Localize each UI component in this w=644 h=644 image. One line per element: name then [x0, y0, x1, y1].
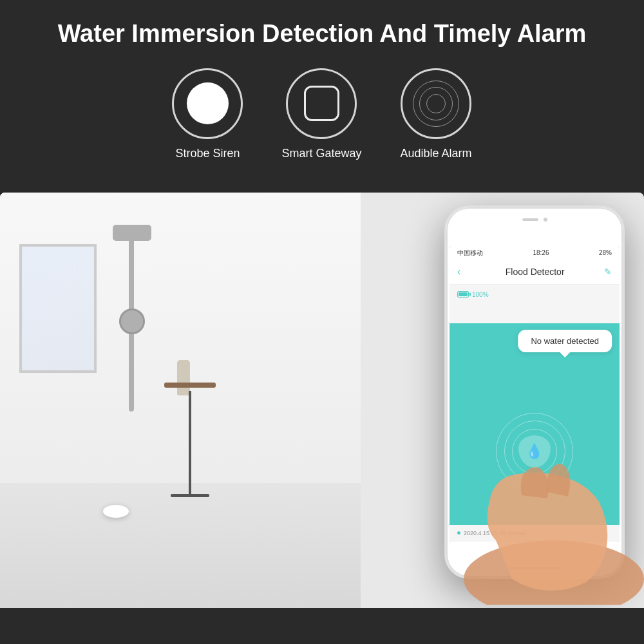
top-section: Water Immersion Detection And Timely Ala… — [0, 0, 644, 193]
page-title: Water Immersion Detection And Timely Ala… — [26, 19, 618, 49]
hand-svg — [457, 399, 644, 605]
smart-gateway-square — [304, 86, 339, 121]
devices-row: Strobe Siren Smart Gateway Audible Alarm — [26, 68, 618, 160]
device-audible-alarm: Audible Alarm — [400, 68, 471, 160]
audible-alarm-label: Audible Alarm — [400, 147, 471, 160]
strobe-siren-label: Strobe Siren — [175, 147, 240, 160]
stand-base — [171, 494, 209, 497]
carrier-text: 中国移动 — [457, 249, 483, 258]
device-strobe-siren: Strobe Siren — [172, 68, 243, 160]
audible-alarm-center — [426, 94, 446, 113]
app-header-title: Flood Detector — [466, 267, 604, 277]
stand-table — [167, 383, 213, 511]
phone-camera — [544, 218, 547, 222]
battery-percentage: 100% — [472, 291, 489, 298]
stand-top — [164, 383, 216, 388]
audible-alarm-rings — [413, 81, 459, 126]
time-text: 18:26 — [533, 249, 549, 256]
edit-icon[interactable]: ✎ — [604, 267, 612, 277]
smart-gateway-icon-circle — [286, 68, 357, 139]
bathroom-background — [0, 193, 361, 608]
bathroom-window — [19, 244, 97, 373]
no-water-text: No water detected — [531, 336, 599, 346]
phone-status-bar: 中国移动 18:26 28% — [450, 246, 620, 260]
page-container: Water Immersion Detection And Timely Ala… — [0, 0, 644, 608]
phone-notch — [509, 214, 560, 225]
phone-app-header: ‹ Flood Detector ✎ — [450, 260, 620, 285]
no-water-bubble: No water detected — [518, 330, 612, 352]
phone-speaker — [522, 218, 538, 221]
phone-mockup-wrap: 中国移动 18:26 28% ‹ Flood Detector ✎ — [419, 205, 625, 605]
smart-gateway-label: Smart Gateway — [281, 147, 361, 160]
shower-valve — [119, 308, 145, 334]
battery-text-status: 28% — [599, 249, 612, 256]
bubble-container: No water detected — [450, 323, 620, 359]
back-arrow-icon[interactable]: ‹ — [457, 266, 460, 278]
battery-icon — [457, 291, 469, 298]
water-drop-icon: 💧 — [526, 443, 544, 460]
audible-alarm-icon-circle — [401, 68, 471, 139]
battery-fill — [459, 292, 468, 296]
shower-head — [113, 225, 151, 241]
battery-row: 100% — [457, 291, 612, 298]
phone-content-area: 100% — [450, 285, 620, 323]
device-smart-gateway: Smart Gateway — [281, 68, 361, 160]
flood-sensor-device — [103, 505, 129, 518]
bottom-section: 中国移动 18:26 28% ‹ Flood Detector ✎ — [0, 193, 644, 608]
strobe-siren-icon-circle — [172, 68, 243, 139]
stand-leg — [189, 391, 191, 494]
strobe-siren-inner — [187, 82, 229, 124]
